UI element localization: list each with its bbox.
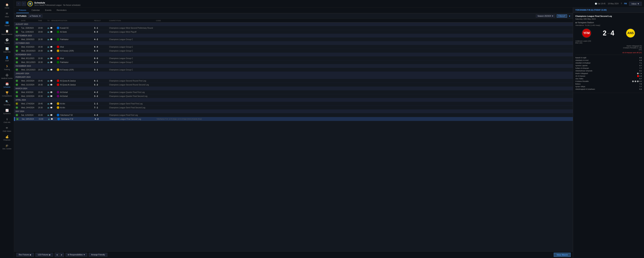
prev-match-button[interactable]: ◀ xyxy=(55,252,59,257)
table-row[interactable]: W Wed, 13/12/2023 19:30 📺 💬 H Al-Faisaly… xyxy=(14,68,573,72)
sidebar-item-dev-centre[interactable]: 🎓 Dev. Centre xyxy=(0,142,14,151)
sidebar-item-competitions[interactable]: 🏆 Competitions xyxy=(0,90,14,98)
fixture-opposition: Al-Ain xyxy=(57,102,94,105)
match-date: Saturday 18th May 2024 xyxy=(575,18,642,20)
sidebar-item-club-vision[interactable]: 👁 Club Vision xyxy=(0,125,14,134)
tv-icon: 📺 xyxy=(47,95,50,97)
sidebar-item-training[interactable]: 🏃 Training xyxy=(0,63,14,72)
table-row[interactable]: W Wed, 24/4/2024 19:30 📺 💬 H Al-Ain 7 - … xyxy=(14,106,573,110)
u19-fixtures-button[interactable]: U19 Fixtures ▶ xyxy=(36,253,53,257)
result-badge: D xyxy=(16,102,18,105)
table-row[interactable]: W Wed, 20/9/2023 19:30 📺 💬 A Pakhtakor 4… xyxy=(14,38,573,41)
responsibilities-button[interactable]: ⚙ Responsibilities ▼ xyxy=(66,253,87,257)
fixture-date: Wed, 20/9/2023 xyxy=(21,38,38,41)
fixture-score: 4 - 2 xyxy=(94,91,109,93)
bottom-bar: Res Fixtures ▶ U19 Fixtures ▶ ◀ ▶ ⚙ Resp… xyxy=(14,251,573,258)
fixtures-panel: Fixtures Calendar Events Reminders FIXTU… xyxy=(14,8,573,258)
res-fixtures-button[interactable]: Res Fixtures ▶ xyxy=(16,253,34,257)
sidebar-item-inbox[interactable]: ✉ Inbox xyxy=(0,10,14,19)
sidebar-item-label: Club Info xyxy=(4,121,10,123)
tab-events[interactable]: Events xyxy=(42,8,54,13)
data-icon: 📊 xyxy=(5,47,8,50)
fixture-time: 19:30 xyxy=(38,61,47,63)
resp-dropdown-icon: ▼ xyxy=(83,254,85,256)
fixture-competition: Champions League Second Round First Leg xyxy=(109,80,156,82)
u19-fixtures-label: U19 Fixtures xyxy=(38,254,48,256)
fixture-competition: Champions League Group C xyxy=(109,57,156,59)
table-row[interactable]: W Wed, 29/11/2023 19:30 📺 💬 A Pakhtakor … xyxy=(14,60,573,64)
fixture-time: 15:00 xyxy=(38,118,48,120)
fixture-tv: 📺 💬 xyxy=(47,38,51,41)
help-icon[interactable]: ? xyxy=(621,3,622,5)
sidebar-item-squad[interactable]: 👥 Squad xyxy=(0,19,14,28)
table-row[interactable]: W Wed, 6/3/2024 19:45 📺 💬 A Al-Duhail 4 … xyxy=(14,90,573,94)
fixture-time: 19:30 xyxy=(38,69,47,71)
tab-fixtures[interactable]: Fixtures xyxy=(16,8,29,13)
rating-indicator: 7.9 xyxy=(639,83,642,85)
sidebar-item-scouting[interactable]: 🔍 Scouting xyxy=(0,98,14,107)
tab-calendar[interactable]: Calendar xyxy=(29,8,42,13)
table-row[interactable]: W Tue, 15/8/2023 19:00 📺 💬 H Kuwait SC 3… xyxy=(14,26,573,30)
fixtures-toggle[interactable]: ● Fixtures ▼ xyxy=(28,15,42,18)
table-row[interactable]: W Sat, 11/5/2024 15:00 📺 💬 H Yokohama F·… xyxy=(14,113,573,117)
fixture-score: 9 - 0 xyxy=(94,46,109,48)
month-header: APRIL 2024 xyxy=(14,98,573,102)
fixture-date: Sat, 11/5/2024 xyxy=(21,114,38,116)
sidebar-item-finances[interactable]: 💰 Finances xyxy=(0,134,14,142)
arrange-friendly-button[interactable]: Arrange Friendly xyxy=(89,253,108,257)
sidebar-item-dynamics[interactable]: 📈 Dynamics xyxy=(0,107,14,116)
score-value: 3 - 2 xyxy=(94,95,98,97)
next-match-button[interactable]: ▶ xyxy=(60,252,64,257)
dynamics-icon: 📈 xyxy=(5,109,8,112)
fixture-competition: Champions League Group C xyxy=(109,61,156,63)
player-name: Abdulmajeed Al-Sulaiheen xyxy=(575,88,595,90)
rating-indicator: ⚽ 7.4 xyxy=(637,73,642,74)
fixture-time: 19:00 xyxy=(38,27,47,29)
table-row[interactable]: W Wed, 21/2/2024 19:30 📺 💬 A Al-Quwa Al-… xyxy=(14,83,573,87)
fixture-competition: Champions League Second Round Second Leg xyxy=(109,84,156,86)
table-row[interactable]: W Wed, 13/3/2024 19:30 📺 💬 H Al-Duhail 3… xyxy=(14,94,573,98)
rating-indicator: 6.7 xyxy=(639,65,642,67)
sidebar-item-schedule[interactable]: 📅 Schedule xyxy=(0,81,14,90)
sidebar-item-medical[interactable]: ➕ Medical Centre xyxy=(0,72,14,81)
nav-back-button[interactable]: ‹ xyxy=(16,2,21,6)
sidebar: 🏠 Home ✉ Inbox 👥 Squad 📋 Squad Planner ⚽… xyxy=(0,0,14,258)
sidebar-item-squad-planner[interactable]: 📋 Squad Planner xyxy=(0,28,14,37)
opposition-logo xyxy=(57,31,59,33)
fixture-score: 4 - 2 xyxy=(94,38,109,41)
result-badge: W xyxy=(16,50,18,52)
table-row[interactable]: W Wed, 25/10/2023 19:30 📺 💬 A Al-Faisaly… xyxy=(14,49,573,53)
rating-indicator: 8.1 xyxy=(639,70,642,72)
fixture-competition: Champions League Semi Final First Leg xyxy=(109,103,156,105)
sidebar-item-staff[interactable]: 👤 Staff xyxy=(0,54,14,63)
tab-reminders[interactable]: Reminders xyxy=(54,8,69,13)
nav-forward-button[interactable]: › xyxy=(22,2,26,6)
fixtures-toolbar: FIXTURES ● Fixtures ▼ Season 2023/24 ▼ F… xyxy=(14,13,573,19)
sidebar-item-tactics[interactable]: ⚽ Tactics xyxy=(0,37,14,46)
away-team-display: ANS xyxy=(619,29,642,38)
sidebar-item-home[interactable]: 🏠 Home xyxy=(0,2,14,10)
fixture-result-indicator: W xyxy=(16,106,21,109)
player-rating-row: Balaca 7.9 xyxy=(575,83,642,85)
table-row[interactable]: W Wed, 14/2/2024 19:45 📺 💬 H Al-Quwa Al-… xyxy=(14,79,573,83)
view-match-button[interactable]: View Match xyxy=(554,253,570,257)
devcentre-icon: 🎓 xyxy=(5,144,8,147)
fixture-date: Tue, 22/8/2023 xyxy=(21,31,38,33)
responsibilities-label: Responsibilities xyxy=(70,254,83,256)
filters-button[interactable]: Filtered* xyxy=(557,15,567,18)
fixture-tv: 📺 💬 xyxy=(47,103,51,105)
sidebar-item-club-info[interactable]: ℹ Club Info xyxy=(0,116,14,125)
fixture-tv: 📺 💬 xyxy=(47,95,51,97)
season-select[interactable]: Season 2023/24 ▼ xyxy=(536,15,555,18)
table-row[interactable]: W Wed, 4/10/2023 19:30 📺 💬 H Ahal 9 - 0 … xyxy=(14,45,573,49)
main-content: ‹ › ⭐ Schedule 1st in Saudi Professional… xyxy=(14,0,644,258)
inbox-button[interactable]: Inbox ▼ xyxy=(629,2,642,6)
table-row[interactable]: W Sat, 18/5/2024 15:00 📺 💬 A Yokohama F·… xyxy=(14,117,573,121)
table-row[interactable]: W Tue, 22/8/2023 19:00 📺 💬 H Al-Seeb 8 -… xyxy=(14,30,573,34)
inbox-button-label: Inbox xyxy=(632,3,636,5)
fixture-venue: A xyxy=(52,118,57,120)
table-row[interactable]: D Wed, 17/4/2024 19:45 📺 💬 A Al-Ain 1 - … xyxy=(14,102,573,106)
tv-icon: 📺 xyxy=(47,84,50,86)
sidebar-item-data-hub[interactable]: 📊 Data Hub xyxy=(0,46,14,54)
table-row[interactable]: W Wed, 8/11/2023 19:30 📺 💬 H Ahal 8 - 0 … xyxy=(14,56,573,60)
